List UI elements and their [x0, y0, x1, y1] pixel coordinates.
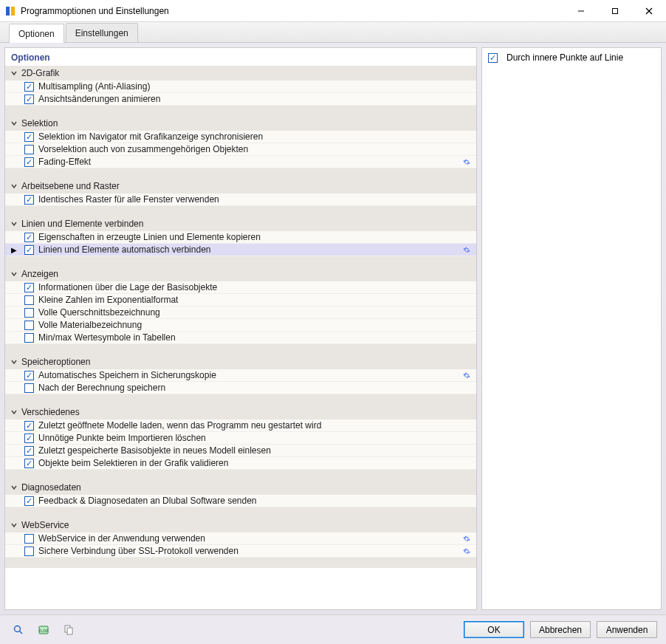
option-row[interactable]: Identisches Raster für alle Fenster verw…	[5, 193, 476, 206]
svg-point-6	[15, 626, 21, 631]
option-checkbox[interactable]	[24, 82, 34, 92]
option-checkbox[interactable]	[24, 534, 34, 544]
chevron-down-icon	[10, 69, 18, 78]
maximize-button[interactable]	[598, 0, 632, 21]
search-icon	[13, 624, 24, 636]
option-row[interactable]: Automatisches Speichern in Sicherungskop…	[5, 369, 476, 382]
group-title: Selektion	[21, 118, 58, 129]
ok-button[interactable]: OK	[464, 621, 524, 638]
option-checkbox[interactable]	[24, 295, 34, 305]
cancel-button[interactable]: Abbrechen	[530, 621, 591, 638]
option-checkbox[interactable]	[24, 383, 34, 393]
detail-option-row[interactable]: Durch innere Punkte auf Linie	[488, 52, 655, 63]
option-row[interactable]: Objekte beim Selektieren in der Grafik v…	[5, 457, 476, 470]
group-header[interactable]: 2D-Grafik	[5, 66, 476, 80]
group-gap	[5, 168, 476, 179]
option-checkbox[interactable]	[24, 434, 34, 443]
option-label: Unnötige Punkte beim Importieren löschen	[38, 433, 473, 443]
button-label: OK	[487, 625, 500, 635]
units-button[interactable]: 0,00	[34, 620, 53, 640]
group-header[interactable]: Speicheroptionen	[5, 354, 476, 369]
svg-text:0,00: 0,00	[39, 628, 49, 634]
group-header[interactable]: WebService	[5, 518, 476, 532]
group-title: Diagnosedaten	[21, 482, 81, 493]
content-area: Optionen 2D-GrafikMultisampling (Anti-Al…	[0, 43, 666, 614]
group-header[interactable]: Linien und Elemente verbinden	[5, 216, 476, 231]
option-checkbox[interactable]	[24, 195, 34, 205]
gear-icon[interactable]	[463, 533, 473, 544]
option-row[interactable]: Ansichtsänderungen animieren	[5, 93, 476, 106]
tab-options[interactable]: Optionen	[9, 24, 64, 43]
group-header[interactable]: Diagnosedaten	[5, 480, 476, 495]
option-checkbox[interactable]	[24, 547, 34, 556]
gear-icon[interactable]	[463, 546, 473, 556]
option-label: Automatisches Speichern in Sicherungskop…	[38, 370, 463, 380]
option-checkbox[interactable]	[24, 308, 34, 318]
option-row[interactable]: Feedback & Diagnosedaten an Dlubal Softw…	[5, 495, 476, 507]
gear-icon[interactable]	[463, 370, 473, 380]
option-checkbox[interactable]	[24, 132, 34, 142]
option-checkbox[interactable]	[24, 95, 34, 104]
option-label: Eigenschaften in erzeugte Linien und Ele…	[38, 232, 473, 242]
group-items: Multisampling (Anti-Aliasing)Ansichtsänd…	[5, 80, 476, 106]
option-row[interactable]: Multisampling (Anti-Aliasing)	[5, 80, 476, 93]
option-checkbox[interactable]	[24, 233, 34, 242]
option-checkbox[interactable]	[24, 421, 34, 431]
option-row[interactable]: WebService in der Anwendung verwenden	[5, 532, 476, 545]
option-checkbox[interactable]	[24, 496, 34, 506]
group-title: Anzeigen	[21, 269, 58, 279]
chevron-down-icon	[10, 119, 18, 128]
group-items: Informationen über die Lage der Basisobj…	[5, 281, 476, 344]
option-row[interactable]: Volle Materialbezeichnung	[5, 319, 476, 332]
window-controls	[564, 0, 666, 21]
option-checkbox[interactable]	[24, 333, 34, 343]
gear-icon[interactable]	[463, 157, 473, 167]
option-row[interactable]: Vorselektion auch von zusammengehörigen …	[5, 143, 476, 156]
option-checkbox[interactable]	[24, 371, 34, 380]
option-row[interactable]: Selektion im Navigator mit Grafikanzeige…	[5, 131, 476, 143]
group-title: Verschiedenes	[21, 407, 80, 417]
close-button[interactable]	[632, 0, 666, 21]
option-checkbox[interactable]	[24, 283, 34, 292]
copy-button[interactable]	[59, 620, 78, 640]
option-checkbox[interactable]	[24, 245, 34, 255]
options-tree-panel: Optionen 2D-GrafikMultisampling (Anti-Al…	[4, 47, 477, 610]
group-gap	[5, 206, 476, 216]
option-row[interactable]: Eigenschaften in erzeugte Linien und Ele…	[5, 231, 476, 244]
group-gap	[5, 394, 476, 405]
option-checkbox[interactable]	[24, 157, 34, 167]
gear-icon[interactable]	[463, 244, 473, 255]
option-row[interactable]: Zuletzt geöffnete Modelle laden, wenn da…	[5, 419, 476, 432]
option-row[interactable]: Sichere Verbindung über SSL-Protokoll ve…	[5, 545, 476, 558]
apply-button[interactable]: Anwenden	[597, 621, 657, 638]
option-label: Volle Materialbezeichnung	[38, 320, 473, 330]
option-checkbox[interactable]	[24, 459, 34, 468]
option-checkbox[interactable]	[24, 145, 34, 154]
group-header[interactable]: Arbeitsebene und Raster	[5, 179, 476, 193]
option-label: WebService in der Anwendung verwenden	[38, 533, 463, 544]
options-tree[interactable]: 2D-GrafikMultisampling (Anti-Aliasing)An…	[5, 66, 476, 609]
detail-checkbox[interactable]	[488, 53, 498, 63]
tab-settings[interactable]: Einstellungen	[66, 23, 138, 42]
minimize-button[interactable]	[564, 0, 598, 21]
search-filter-button[interactable]	[9, 620, 28, 640]
svg-line-7	[20, 631, 23, 634]
option-row[interactable]: ▶Linien und Elemente automatisch verbind…	[5, 244, 476, 256]
option-row[interactable]: Fading-Effekt	[5, 156, 476, 168]
group-header[interactable]: Anzeigen	[5, 267, 476, 281]
option-checkbox[interactable]	[24, 321, 34, 330]
svg-rect-0	[6, 7, 10, 16]
option-row[interactable]: Kleine Zahlen im Exponentialformat	[5, 294, 476, 306]
group-title: Linien und Elemente verbinden	[21, 219, 143, 229]
option-row[interactable]: Nach der Berechnung speichern	[5, 382, 476, 394]
group-header[interactable]: Verschiedenes	[5, 405, 476, 419]
option-row[interactable]: Unnötige Punkte beim Importieren löschen	[5, 432, 476, 445]
group-header[interactable]: Selektion	[5, 116, 476, 131]
option-row[interactable]: Volle Querschnittsbezeichnung	[5, 306, 476, 319]
option-row[interactable]: Informationen über die Lage der Basisobj…	[5, 281, 476, 294]
dialog-footer: 0,00 OK Abbrechen Anwenden	[0, 614, 666, 644]
option-row[interactable]: Min/max Wertesymbole in Tabellen	[5, 332, 476, 344]
option-checkbox[interactable]	[24, 446, 34, 456]
option-row[interactable]: Zuletzt gespeicherte Basisobjekte in neu…	[5, 445, 476, 457]
chevron-down-icon	[10, 483, 18, 492]
